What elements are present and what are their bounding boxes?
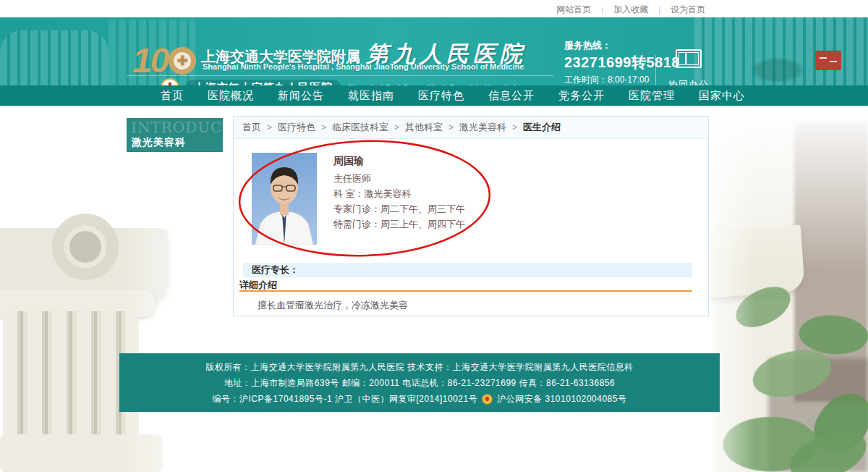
red-cross-hospital-name: 上海市红十字第九人民医院: [185, 80, 341, 86]
breadcrumb-features[interactable]: 医疗特色: [278, 121, 315, 134]
building-red-sign: [815, 51, 841, 70]
leaf: [720, 410, 820, 472]
stone-wall: [712, 105, 868, 472]
breadcrumb-separator: >: [448, 122, 454, 132]
footer-icp-number: 编号：沪ICP备17041895号-1 沪卫（中医）网复审[2014]10021…: [213, 391, 478, 407]
building-photo-left: [0, 30, 109, 85]
breadcrumb-separator: >: [267, 122, 272, 132]
doctor-name: 周国瑜: [333, 155, 465, 168]
stone-ledge: [703, 224, 805, 298]
topbar-separator: |: [658, 6, 660, 14]
nav-items: 首页 医院概况 新闻公告 就医指南 医疗特色 信息公开 党务公开 医院管理 国家…: [161, 85, 745, 106]
red-cross-icon: [161, 78, 179, 85]
column-volute: [52, 214, 119, 280]
footer-copyright: 版权所有：上海交通大学医学院附属第九人民医院 技术支持：上海交通大学医学院附属第…: [119, 359, 720, 375]
footer-security-number: 沪公网安备 31010102004085号: [497, 391, 626, 407]
wooden-door: [794, 123, 868, 402]
link-site-home[interactable]: 网站首页: [556, 4, 591, 16]
footer-address: 地址：上海市制造局路639号 邮编：200011 电话总机：86-21-2327…: [119, 375, 720, 391]
nav-item-home[interactable]: 首页: [161, 89, 184, 103]
leaf: [796, 308, 868, 362]
link-set-homepage[interactable]: 设为首页: [671, 4, 705, 16]
nav-item-party-affairs[interactable]: 党务公开: [558, 89, 605, 103]
site-header: 10 ✚ 上海交通大学医学院附属 第九人民医院 Shanghai Ninth P…: [0, 17, 868, 85]
main-navigation: 首页 医院概况 新闻公告 就医指南 医疗特色 信息公开 党务公开 医院管理 国家…: [0, 85, 868, 106]
leaf: [806, 383, 868, 463]
leaf: [731, 282, 796, 332]
logo-100-text: 10: [132, 41, 168, 80]
nav-item-info-disclosure[interactable]: 信息公开: [488, 89, 535, 103]
breadcrumb-separator: >: [321, 122, 326, 132]
site-footer: 版权所有：上海交通大学医学院附属第九人民医院 技术支持：上海交通大学医学院附属第…: [119, 353, 720, 412]
oa-office-label: 协同办公: [663, 78, 715, 85]
page: 网站首页 | 加入收藏 | 设为首页 10 ✚ 上海交通大学医学院附属 第九人民…: [0, 0, 868, 472]
orange-divider: [239, 290, 692, 292]
breadcrumb-separator: >: [512, 122, 517, 132]
centennial-100-logo: 10 ✚: [132, 41, 196, 80]
column-base: [0, 434, 163, 472]
nav-item-national-center[interactable]: 国家中心: [699, 89, 745, 103]
doctor-expert-clinic: 专家门诊：周二下午、周三下午: [333, 204, 465, 214]
specialty-text: 擅长血管瘤激光治疗，冷冻激光美容: [258, 299, 408, 312]
nav-item-management[interactable]: 医院管理: [629, 89, 675, 103]
logo-emblem-icon: ✚: [169, 47, 196, 75]
footer-registration: 编号：沪ICP备17041895号-1 沪卫（中医）网复审[2014]10021…: [119, 391, 720, 407]
breadcrumb-doctor-intro: 医生介绍: [523, 121, 561, 134]
doctor-info: 周国瑜 主任医师 科 室：激光美容科 专家门诊：周二下午、周三下午 特需门诊：周…: [333, 155, 465, 229]
topbar-separator: |: [601, 6, 603, 14]
header-divider: [127, 75, 553, 76]
breadcrumb-separator: >: [394, 122, 399, 132]
leaf: [784, 426, 868, 472]
red-cross-subtitle-row: 上海市红十字第九人民医院 Shanghai Red Cross Ninth Pe…: [161, 78, 516, 85]
leaf: [750, 347, 834, 400]
specialty-header-bar: 医疗专长：: [243, 263, 692, 277]
doctor-department: 科 室：激光美容科: [333, 189, 465, 198]
column-echinus: [0, 290, 156, 317]
header-vertical-separator: [655, 55, 656, 85]
column-capital: [0, 228, 168, 300]
breadcrumb-clinical-depts[interactable]: 临床医技科室: [332, 121, 388, 134]
top-utility-bar: 网站首页 | 加入收藏 | 设为首页: [0, 0, 868, 17]
breadcrumb: 首页 > 医疗特色 > 临床医技科室 > 其他科室 > 激光美容科 > 医生介绍: [234, 117, 708, 139]
breadcrumb-other-depts[interactable]: 其他科室: [405, 121, 443, 134]
column-shaft: [3, 311, 139, 472]
nav-item-features[interactable]: 医疗特色: [418, 89, 464, 103]
sidebar-introduce-label: INTRODUCE: [131, 119, 223, 136]
nav-item-overview[interactable]: 医院概况: [208, 89, 254, 103]
sidebar-department-name: 激光美容科: [132, 136, 186, 149]
doctor-special-clinic: 特需门诊：周三上午、周四下午: [333, 219, 465, 229]
monitor-icon: [676, 49, 702, 68]
doctor-title: 主任医师: [333, 174, 465, 183]
link-add-favorite[interactable]: 加入收藏: [613, 4, 648, 16]
wall-fade-overlay: [694, 105, 868, 472]
oa-office-link[interactable]: 协同办公: [663, 49, 715, 85]
nav-item-guide[interactable]: 就医指南: [348, 89, 394, 103]
hospital-title-english: Shanghai Ninth People's Hospital , Shang…: [203, 62, 524, 71]
breadcrumb-laser-cosmetic[interactable]: 激光美容科: [459, 121, 506, 134]
doctor-photo: [252, 153, 317, 245]
breadcrumb-home[interactable]: 首页: [242, 121, 261, 134]
nav-item-news[interactable]: 新闻公告: [278, 89, 324, 103]
content-panel: 首页 > 医疗特色 > 临床医技科室 > 其他科室 > 激光美容科 > 医生介绍: [233, 116, 709, 316]
wooden-door-shadow: [768, 358, 868, 472]
topbar-links: 网站首页 | 加入收藏 | 设为首页: [556, 4, 705, 16]
police-badge-icon: [482, 394, 493, 405]
column-fade-overlay: [0, 105, 260, 472]
palm-tree: [745, 55, 810, 85]
sidebar-department-box: INTRODUCE 激光美容科: [127, 118, 223, 152]
